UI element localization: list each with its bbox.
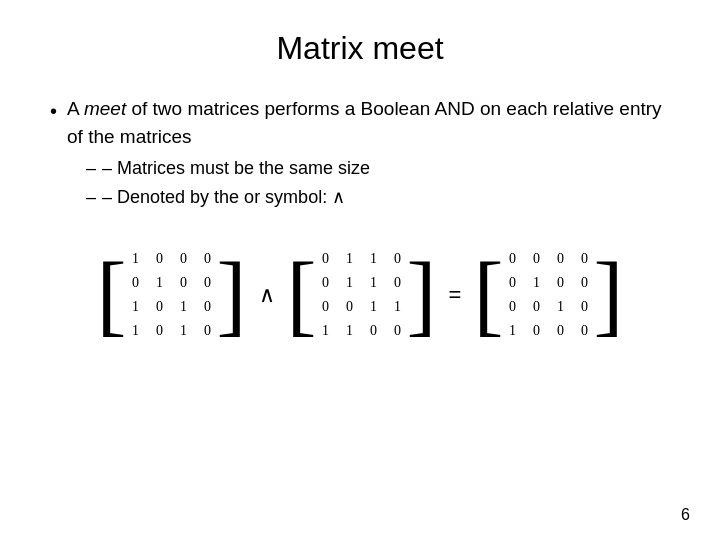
matrix-cell: 0: [391, 272, 405, 294]
matrix-cell: 0: [529, 248, 543, 270]
page-number: 6: [681, 506, 690, 524]
matrix-cell: 0: [319, 296, 333, 318]
matrix-section: [ 1000010010101010 ] ∧ [ 011001100011110…: [50, 248, 670, 342]
matrix-a-grid: 1000010010101010: [129, 248, 215, 342]
matrix-b-grid: 0110011000111100: [319, 248, 405, 342]
matrix-cell: 1: [343, 320, 357, 342]
matrix-c-wrapper: [ 0000010000101000 ]: [473, 248, 623, 342]
matrix-cell: 0: [201, 248, 215, 270]
matrix-cell: 0: [505, 248, 519, 270]
matrix-cell: 0: [577, 248, 591, 270]
main-bullet: • A meet of two matrices performs a Bool…: [50, 95, 670, 150]
matrix-cell: 1: [319, 320, 333, 342]
matrix-cell: 0: [529, 320, 543, 342]
bullet-text: A meet of two matrices performs a Boolea…: [67, 95, 670, 150]
slide: Matrix meet • A meet of two matrices per…: [0, 0, 720, 540]
matrix-b-right-bracket: ]: [407, 250, 437, 340]
matrix-cell: 0: [201, 296, 215, 318]
sub-bullet-1-text: – Matrices must be the same size: [102, 154, 370, 183]
dash-2: –: [86, 183, 96, 212]
matrix-cell: 0: [577, 272, 591, 294]
matrix-cell: 1: [367, 296, 381, 318]
matrix-cell: 0: [129, 272, 143, 294]
matrix-c-grid: 0000010000101000: [505, 248, 591, 342]
matrix-cell: 0: [505, 296, 519, 318]
equals-sign: =: [449, 282, 462, 308]
sub-bullet-2: – – Denoted by the or symbol: ∧: [86, 183, 670, 212]
matrix-cell: 1: [177, 296, 191, 318]
matrix-cell: 0: [553, 320, 567, 342]
matrix-cell: 1: [129, 296, 143, 318]
matrix-cell: 0: [553, 248, 567, 270]
meet-italic: meet: [84, 98, 126, 119]
matrix-cell: 0: [577, 320, 591, 342]
matrix-cell: 1: [343, 272, 357, 294]
main-bullet-section: • A meet of two matrices performs a Bool…: [50, 95, 670, 212]
matrix-cell: 0: [177, 272, 191, 294]
matrix-c-left-bracket: [: [473, 250, 503, 340]
matrix-cell: 0: [367, 320, 381, 342]
slide-title: Matrix meet: [50, 30, 670, 67]
matrix-cell: 1: [529, 272, 543, 294]
matrix-cell: 0: [319, 272, 333, 294]
matrix-cell: 0: [201, 272, 215, 294]
matrix-a-right-bracket: ]: [217, 250, 247, 340]
matrix-cell: 0: [343, 296, 357, 318]
matrix-cell: 0: [553, 272, 567, 294]
and-operator: ∧: [259, 282, 275, 308]
matrix-cell: 1: [343, 248, 357, 270]
matrix-cell: 0: [505, 272, 519, 294]
matrix-cell: 1: [177, 320, 191, 342]
matrix-cell: 1: [367, 272, 381, 294]
matrix-cell: 0: [201, 320, 215, 342]
matrix-cell: 1: [505, 320, 519, 342]
matrix-cell: 0: [153, 296, 167, 318]
matrix-cell: 1: [129, 248, 143, 270]
matrix-a-wrapper: [ 1000010010101010 ]: [97, 248, 247, 342]
sub-bullet-1: – – Matrices must be the same size: [86, 154, 670, 183]
matrix-cell: 1: [391, 296, 405, 318]
dash-1: –: [86, 154, 96, 183]
matrix-cell: 0: [153, 248, 167, 270]
sub-bullets: – – Matrices must be the same size – – D…: [86, 154, 670, 212]
matrix-cell: 0: [319, 248, 333, 270]
matrix-cell: 0: [577, 296, 591, 318]
sub-bullet-2-text: – Denoted by the or symbol: ∧: [102, 183, 345, 212]
matrix-cell: 0: [529, 296, 543, 318]
matrix-b-wrapper: [ 0110011000111100 ]: [287, 248, 437, 342]
matrix-cell: 1: [367, 248, 381, 270]
matrix-cell: 0: [177, 248, 191, 270]
matrix-cell: 0: [391, 248, 405, 270]
matrix-c-right-bracket: ]: [593, 250, 623, 340]
matrix-b-left-bracket: [: [287, 250, 317, 340]
matrix-a-left-bracket: [: [97, 250, 127, 340]
bullet-dot: •: [50, 97, 57, 126]
matrix-cell: 0: [391, 320, 405, 342]
matrix-cell: 1: [153, 272, 167, 294]
matrix-cell: 1: [553, 296, 567, 318]
matrix-cell: 0: [153, 320, 167, 342]
matrix-cell: 1: [129, 320, 143, 342]
